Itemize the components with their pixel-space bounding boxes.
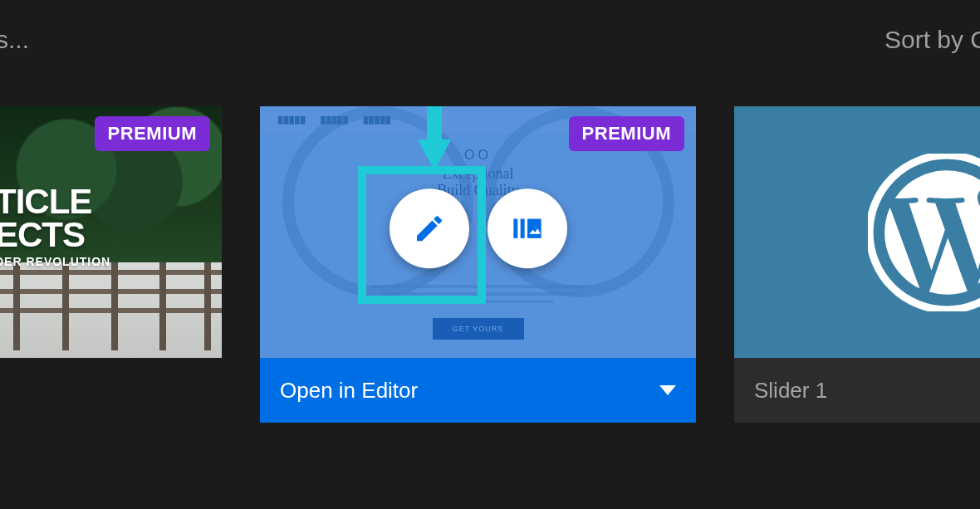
slider-card[interactable]: TICLE ECTS DER REVOLUTION PREMIUM — [0, 106, 222, 358]
slider-thumbnail: █████ █████ █████ OO Exceptional Build Q… — [260, 106, 696, 358]
search-fragment: s... — [0, 26, 29, 54]
slider-label: Slider 1 — [754, 378, 827, 404]
slider-image-icon — [511, 212, 544, 245]
pencil-icon — [413, 212, 446, 245]
open-in-editor-bar[interactable]: Open in Editor — [260, 358, 696, 423]
slider-thumbnail: TICLE ECTS DER REVOLUTION PREMIUM — [0, 106, 222, 358]
slider-thumbnail — [734, 106, 980, 358]
premium-badge: PREMIUM — [569, 116, 684, 151]
slider-card-active[interactable]: █████ █████ █████ OO Exceptional Build Q… — [260, 106, 696, 423]
edit-button[interactable] — [390, 188, 469, 268]
hover-actions — [390, 188, 567, 268]
title-subtitle: DER REVOLUTION — [0, 257, 110, 267]
open-in-editor-label: Open in Editor — [280, 378, 418, 404]
fence-graphic — [0, 262, 222, 358]
premium-badge: PREMIUM — [95, 116, 210, 151]
svg-rect-1 — [520, 218, 524, 237]
topbar: s... Sort by C — [0, 0, 980, 79]
slider-label-bar[interactable]: Slider 1 — [734, 358, 980, 423]
title-line: ECTS — [0, 218, 110, 252]
slider-card[interactable]: Slider 1 — [734, 106, 980, 423]
sort-by-label[interactable]: Sort by C — [884, 26, 980, 54]
preview-button[interactable] — [488, 188, 567, 268]
wordpress-logo-icon — [868, 154, 980, 311]
chevron-down-icon — [659, 385, 676, 395]
slider-title-overlay: TICLE ECTS DER REVOLUTION — [0, 185, 110, 267]
title-line: TICLE — [0, 185, 110, 218]
slider-grid: TICLE ECTS DER REVOLUTION PREMIUM █████ … — [0, 106, 980, 423]
svg-rect-2 — [527, 218, 541, 237]
svg-rect-0 — [513, 218, 517, 237]
